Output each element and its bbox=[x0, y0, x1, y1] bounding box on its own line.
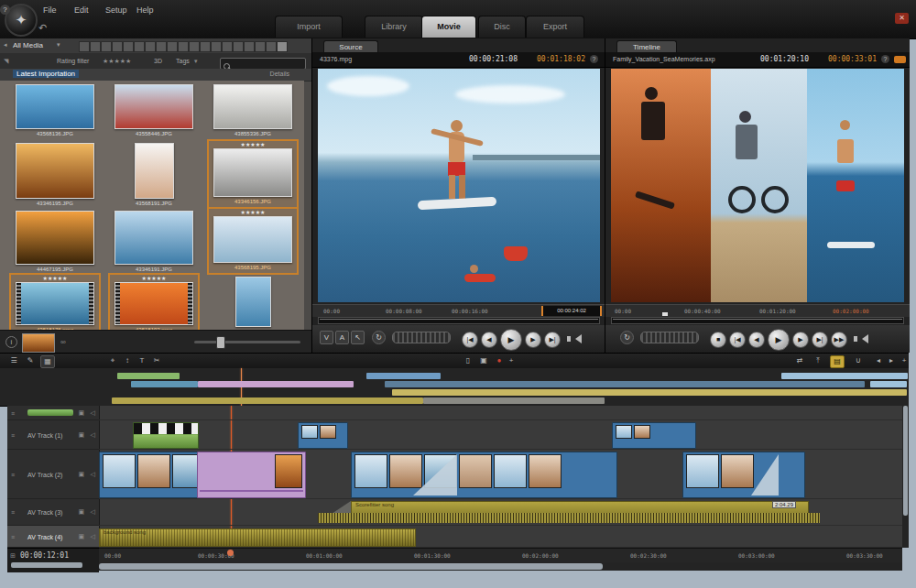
library-item[interactable]: ★★★★★43518176.mpg bbox=[11, 275, 99, 335]
track-header-5[interactable]: ≡AV Track (4)▣◁ bbox=[7, 526, 99, 548]
track-audio-toggle-icon[interactable]: ◁ bbox=[91, 508, 95, 516]
library-item[interactable]: ★★★★★43518192.mpg bbox=[110, 275, 198, 335]
jog-shuttle[interactable] bbox=[640, 332, 699, 343]
navigator-clip-segment[interactable] bbox=[781, 373, 908, 379]
track-audio-toggle-icon[interactable]: ◁ bbox=[91, 471, 95, 478]
library-item[interactable]: 43855336.JPG bbox=[209, 82, 297, 137]
mini-scroll-stub[interactable] bbox=[11, 562, 82, 568]
transport-stop-button[interactable]: ■ bbox=[710, 332, 726, 348]
track-audio-toggle-icon[interactable]: ◁ bbox=[91, 409, 95, 417]
navigator-clip-segment[interactable] bbox=[366, 373, 441, 379]
timeline-track-area[interactable]: Scorefitter song2:04.29background song bbox=[99, 406, 902, 548]
track-drag-icon[interactable]: ≡ bbox=[11, 509, 15, 516]
voiceover-mic-icon[interactable]: ● bbox=[493, 355, 506, 366]
navigator-clip-segment[interactable] bbox=[870, 381, 907, 387]
help-circle-icon[interactable]: ? bbox=[590, 55, 598, 63]
bin-tab[interactable] bbox=[90, 41, 101, 52]
horizontal-scroll-thumb[interactable] bbox=[99, 563, 603, 570]
collapse-icon[interactable]: ◥ bbox=[4, 58, 8, 65]
bin-tab[interactable] bbox=[200, 41, 211, 52]
transport-frame-forward-button[interactable]: ▶ bbox=[792, 332, 809, 348]
bin-tab[interactable] bbox=[145, 41, 156, 52]
navigator-toggle-icon[interactable]: ▤ bbox=[830, 355, 845, 368]
library-item[interactable]: ★★★★★43346156.JPG bbox=[209, 141, 297, 207]
transport-video-only-tool[interactable]: V bbox=[320, 331, 333, 344]
bin-tab[interactable] bbox=[277, 41, 288, 52]
magnet-icon[interactable]: ∪ bbox=[852, 355, 865, 366]
edit-pencil-icon[interactable]: ✎ bbox=[24, 355, 37, 366]
source-video-frame[interactable] bbox=[318, 69, 600, 302]
library-item[interactable]: 43467195.JPG bbox=[209, 275, 297, 335]
horizontal-scrollbar[interactable] bbox=[99, 562, 902, 571]
navigator-clip-segment[interactable] bbox=[131, 381, 198, 387]
nav-back-icon[interactable]: ◂ bbox=[4, 41, 7, 49]
transport-pointer-tool[interactable]: ↖ bbox=[351, 331, 365, 344]
3d-glasses-icon[interactable]: ∞ bbox=[60, 338, 66, 346]
library-item[interactable]: 44467195.JPG bbox=[11, 209, 99, 273]
tab-source[interactable]: Source bbox=[323, 40, 378, 53]
bin-tab[interactable] bbox=[156, 41, 167, 52]
track-video-toggle-icon[interactable]: ▣ bbox=[78, 409, 84, 417]
bin-tab[interactable] bbox=[222, 41, 233, 52]
video-clip[interactable] bbox=[298, 422, 348, 449]
tags-label[interactable]: Tags bbox=[176, 58, 190, 64]
group-title[interactable]: Latest Importation bbox=[13, 70, 79, 78]
bin-tab[interactable] bbox=[112, 41, 123, 52]
zoom-slider-handle[interactable] bbox=[216, 336, 225, 349]
source-mini-ruler[interactable]: 00:00:24:02 00:0000:00:08:0000:00:16:00 bbox=[312, 304, 605, 317]
send-to-timeline-icon[interactable]: ⤒ bbox=[812, 355, 824, 366]
bin-tab[interactable] bbox=[255, 41, 266, 52]
tab-import[interactable]: Import bbox=[275, 16, 343, 38]
select-arrow-icon[interactable]: ↕ bbox=[121, 355, 134, 366]
zoom-in-icon[interactable]: ▸ bbox=[885, 355, 898, 366]
tab-library[interactable]: Library bbox=[365, 16, 423, 38]
snapshot-icon[interactable]: ▣ bbox=[477, 355, 490, 366]
library-item[interactable]: 43568191.JPG bbox=[110, 141, 198, 207]
track-video-toggle-icon[interactable]: ▣ bbox=[78, 508, 84, 516]
bin-tab[interactable] bbox=[79, 41, 90, 52]
storyboard-view-icon[interactable]: ▦ bbox=[40, 355, 55, 368]
vertical-scroll-thumb[interactable] bbox=[903, 406, 908, 516]
menu-help[interactable]: Help bbox=[132, 4, 158, 16]
track-drag-icon[interactable]: ≡ bbox=[11, 533, 15, 539]
thumbnail-zoom-slider[interactable] bbox=[194, 341, 300, 343]
track-video-toggle-icon[interactable]: ▣ bbox=[78, 533, 84, 540]
tab-timeline[interactable]: Timeline bbox=[616, 40, 677, 53]
swap-icon[interactable]: ⇄ bbox=[793, 355, 806, 366]
info-icon[interactable]: i bbox=[5, 336, 17, 348]
media-type-selector[interactable]: All Media bbox=[13, 41, 43, 49]
track-drag-icon[interactable]: ≡ bbox=[11, 409, 15, 416]
library-item[interactable]: 43558446.JPG bbox=[110, 82, 198, 137]
bin-tab[interactable] bbox=[189, 41, 200, 52]
title-tool-icon[interactable]: T bbox=[136, 355, 148, 366]
navigator-clip-segment[interactable] bbox=[423, 397, 605, 404]
loop-playback-button[interactable]: ↻ bbox=[620, 331, 634, 344]
ambient-audio-clip[interactable]: background song bbox=[99, 528, 416, 547]
bin-tab[interactable] bbox=[211, 41, 222, 52]
bin-tab[interactable] bbox=[266, 41, 277, 52]
bin-tab[interactable] bbox=[101, 41, 112, 52]
bin-tab[interactable] bbox=[244, 41, 255, 52]
transport-next-marker-button[interactable]: ▶| bbox=[544, 332, 561, 348]
tab-export[interactable]: Export bbox=[526, 16, 584, 38]
add-track-icon[interactable]: + bbox=[898, 355, 911, 366]
transport-frame-back-button[interactable]: ◀ bbox=[481, 332, 497, 348]
tags-dropdown-icon[interactable]: ▾ bbox=[194, 58, 198, 65]
track-audio-toggle-icon[interactable]: ◁ bbox=[91, 533, 95, 540]
tab-movie[interactable]: Movie bbox=[421, 16, 476, 38]
navigator-clip-segment[interactable] bbox=[198, 381, 354, 387]
transport-frame-forward-button[interactable]: ▶ bbox=[525, 332, 541, 348]
navigator-clip-segment[interactable] bbox=[112, 397, 423, 404]
navigator-clip-segment[interactable] bbox=[117, 373, 180, 379]
video-clip[interactable] bbox=[612, 422, 696, 449]
volume-speaker-icon[interactable] bbox=[857, 334, 868, 343]
title-clip[interactable] bbox=[133, 422, 199, 449]
track-audio-toggle-icon[interactable]: ◁ bbox=[91, 431, 95, 439]
transport-frame-back-button[interactable]: ◀ bbox=[748, 332, 765, 348]
bin-tab[interactable] bbox=[123, 41, 134, 52]
jog-shuttle[interactable] bbox=[392, 332, 451, 343]
track-header-1[interactable]: ≡▣◁ bbox=[7, 406, 99, 420]
transport-play-button[interactable]: ▶ bbox=[768, 329, 790, 351]
track-drag-icon[interactable]: ≡ bbox=[11, 431, 15, 438]
help-circle-icon[interactable]: ? bbox=[881, 55, 889, 63]
